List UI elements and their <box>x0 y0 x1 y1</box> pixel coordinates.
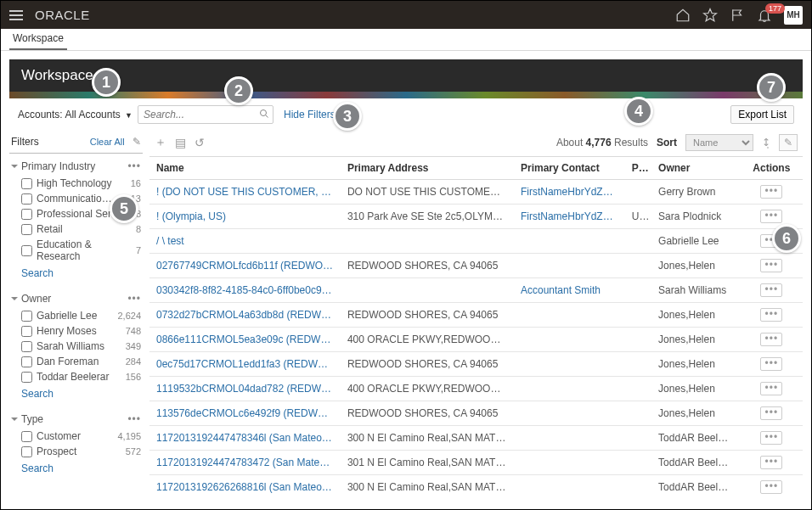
cell-name[interactable]: 1172013192447478346l (San Mateo, US) <box>149 426 341 451</box>
cell-contact[interactable]: FirstNameHbrYdZVsfkn … <box>514 205 625 229</box>
table-row[interactable]: 0866e111CRMOL5ea3e09c (REDWOOD SHOR…400 … <box>149 328 803 352</box>
cell-name[interactable]: ! (DO NOT USE THIS CUSTOMER, DE) <box>149 180 341 205</box>
filter-group-header[interactable]: Type••• <box>9 410 143 429</box>
table-row[interactable]: / \ testGabrielle Lee••• <box>149 229 803 254</box>
clear-all-link[interactable]: Clear All <box>90 137 125 147</box>
cell-name[interactable]: 11720131924474783472 (San Mateo, US) <box>149 451 341 475</box>
search-icon[interactable] <box>259 109 269 121</box>
table-row[interactable]: ! (DO NOT USE THIS CUSTOMER, DE)DO NOT U… <box>149 180 803 205</box>
edit-columns-icon[interactable]: ✎ <box>779 134 798 151</box>
filter-checkbox[interactable] <box>21 311 32 322</box>
more-icon[interactable]: ••• <box>127 160 141 172</box>
row-actions-button[interactable]: ••• <box>760 406 782 420</box>
table-row[interactable]: 11720131924474783472 (San Mateo, US)301 … <box>149 451 803 475</box>
col-name[interactable]: Name <box>149 157 341 180</box>
row-actions-button[interactable]: ••• <box>760 210 782 223</box>
table-row[interactable]: 02767749CRMOLfcd6b11f (REDWOOD SHOR…REDW… <box>149 254 803 278</box>
row-actions-button[interactable]: ••• <box>760 456 782 469</box>
filter-group-header[interactable]: Primary Industry••• <box>9 157 143 176</box>
cell-name[interactable]: ! (Olympia, US) <box>149 205 341 229</box>
filter-item[interactable]: Toddar Beelerar156 <box>9 369 143 384</box>
filter-item[interactable]: Professional Services8 <box>9 206 143 221</box>
cell-name[interactable]: / \ test <box>149 229 341 254</box>
col-phone[interactable]: Prim: <box>625 157 651 180</box>
cell-name[interactable]: 1119532bCRMOL04dad782 (REDWOOD SHO… <box>149 377 341 401</box>
tab-workspace[interactable]: Workspace <box>9 28 67 50</box>
filter-group-header[interactable]: Owner••• <box>9 289 143 308</box>
row-actions-button[interactable]: ••• <box>760 283 782 297</box>
filter-checkbox[interactable] <box>21 356 32 367</box>
filter-checkbox[interactable] <box>21 245 32 256</box>
filter-item[interactable]: High Technology16 <box>9 176 143 191</box>
hide-filters-link[interactable]: Hide Filters <box>284 109 336 120</box>
cell-name[interactable]: 0ec75d17CRMOL1edd1fa3 (REDWOOD SHOR… <box>149 352 341 377</box>
row-actions-button[interactable]: ••• <box>760 431 782 445</box>
filter-checkbox[interactable] <box>21 372 32 383</box>
filter-item[interactable]: Gabrielle Lee2,624 <box>9 308 143 323</box>
table-row[interactable]: 030342f8-8f82-4185-84c0-6ff0be0c9653Acco… <box>149 278 803 303</box>
filter-item[interactable]: Sarah Williams349 <box>9 339 143 354</box>
data-table-wrap[interactable]: Name Primary Address Primary Contact Pri… <box>149 157 803 496</box>
row-actions-button[interactable]: ••• <box>760 357 782 371</box>
filter-search-link[interactable]: Search <box>9 459 143 478</box>
filter-checkbox[interactable] <box>21 178 32 189</box>
export-list-button[interactable]: Export List <box>730 105 794 124</box>
filter-item[interactable]: Education & Research7 <box>9 237 143 264</box>
cell-contact[interactable]: Accountant Smith <box>514 278 625 303</box>
filter-checkbox[interactable] <box>21 341 32 352</box>
scope-selector[interactable]: Accounts: All Accounts ▼ <box>18 109 133 120</box>
sort-settings-icon[interactable]: ↕̩ <box>762 137 770 149</box>
cell-name[interactable]: 1172013192626268816l (San Mateo, US) <box>149 475 341 496</box>
cell-name[interactable]: 0866e111CRMOL5ea3e09c (REDWOOD SHOR… <box>149 328 341 352</box>
sort-select[interactable]: Name <box>685 134 753 151</box>
row-actions-button[interactable]: ••• <box>760 382 782 395</box>
search-input[interactable] <box>138 105 273 124</box>
favorite-icon[interactable] <box>702 8 718 23</box>
row-actions-button[interactable]: ••• <box>760 308 782 322</box>
home-icon[interactable] <box>675 8 691 23</box>
table-row[interactable]: 1119532bCRMOL04dad782 (REDWOOD SHO…400 O… <box>149 377 803 401</box>
help-icon[interactable]: ? <box>99 70 110 81</box>
cell-name[interactable]: 0732d27bCRMOL4a63db8d (REDWOOD SHO… <box>149 303 341 328</box>
edit-filters-icon[interactable]: ✎ <box>133 136 141 148</box>
menu-icon[interactable] <box>9 10 23 20</box>
cell-contact[interactable]: FirstNameHbrYdZVsfkn … <box>514 180 625 205</box>
filter-item[interactable]: Customer4,195 <box>9 429 143 444</box>
filter-item[interactable]: Prospect572 <box>9 444 143 459</box>
col-address[interactable]: Primary Address <box>341 157 514 180</box>
table-row[interactable]: 113576deCRMOLc6e492f9 (REDWOOD SHOR…REDW… <box>149 401 803 426</box>
more-icon[interactable]: ••• <box>127 293 141 305</box>
more-icon[interactable]: ••• <box>127 413 141 425</box>
table-row[interactable]: ! (Olympia, US)310 Park Ave SE Ste 2c5,O… <box>149 205 803 229</box>
filter-checkbox[interactable] <box>21 431 32 442</box>
flag-icon[interactable] <box>730 8 745 23</box>
row-actions-button[interactable]: ••• <box>760 259 782 272</box>
row-actions-button[interactable]: ••• <box>760 185 782 199</box>
cell-name[interactable]: 030342f8-8f82-4185-84c0-6ff0be0c9653 <box>149 278 341 303</box>
filter-search-link[interactable]: Search <box>9 384 143 403</box>
filter-item[interactable]: Dan Foreman284 <box>9 354 143 369</box>
cell-name[interactable]: 113576deCRMOLc6e492f9 (REDWOOD SHOR… <box>149 401 341 426</box>
filter-checkbox[interactable] <box>21 326 32 337</box>
row-actions-button[interactable]: ••• <box>760 480 782 494</box>
user-avatar[interactable]: MH <box>784 6 803 25</box>
row-actions-button[interactable]: ••• <box>760 234 782 248</box>
table-row[interactable]: 1172013192447478346l (San Mateo, US)300 … <box>149 426 803 451</box>
refresh-icon[interactable]: ↺ <box>195 136 205 149</box>
table-row[interactable]: 0ec75d17CRMOL1edd1fa3 (REDWOOD SHOR…REDW… <box>149 352 803 377</box>
col-contact[interactable]: Primary Contact <box>514 157 625 180</box>
filter-checkbox[interactable] <box>21 224 32 235</box>
cell-name[interactable]: 02767749CRMOLfcd6b11f (REDWOOD SHOR… <box>149 254 341 278</box>
create-icon[interactable]: ＋ <box>155 135 166 150</box>
filter-search-link[interactable]: Search <box>9 264 143 283</box>
filter-item[interactable]: Retail8 <box>9 221 143 237</box>
filter-item[interactable]: Communicatio…13 <box>9 191 143 206</box>
notifications-icon[interactable]: 177 <box>757 8 772 23</box>
save-icon[interactable]: ▤ <box>175 136 186 149</box>
table-row[interactable]: 0732d27bCRMOL4a63db8d (REDWOOD SHO…REDWO… <box>149 303 803 328</box>
table-row[interactable]: 1172013192626268816l (San Mateo, US)300 … <box>149 475 803 496</box>
filter-item[interactable]: Henry Moses748 <box>9 323 143 339</box>
col-owner[interactable]: Owner <box>651 157 741 180</box>
row-actions-button[interactable]: ••• <box>760 333 782 346</box>
filter-checkbox[interactable] <box>21 193 32 205</box>
